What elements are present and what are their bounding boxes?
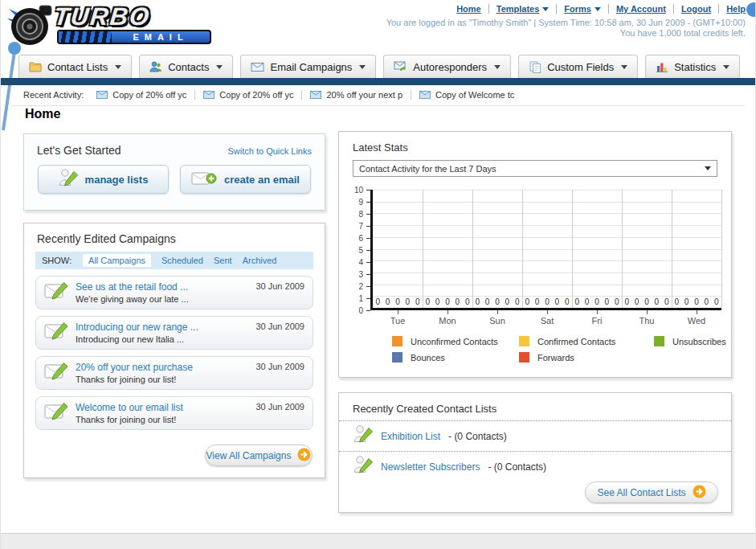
- campaign-title-link[interactable]: Introducing our new range ...: [76, 322, 198, 333]
- x-tick-mark: [697, 310, 697, 314]
- gridline: [373, 225, 721, 226]
- chart-x-axis: TueMonSunSatFriThuWed: [373, 310, 721, 326]
- tab-contact-lists[interactable]: Contact Lists: [18, 55, 132, 78]
- chevron-down-icon: [595, 7, 601, 11]
- header-link-templates[interactable]: Templates: [497, 4, 558, 14]
- x-tick-mark: [398, 310, 398, 314]
- chart-value-label: 0: [585, 297, 590, 306]
- arrow-circle-icon: [693, 485, 706, 498]
- stats-period-dropdown[interactable]: Contact Activity for the Last 7 Days: [353, 160, 717, 177]
- recent-activity-label: Recent Activity:: [23, 90, 84, 100]
- chart-value-label: 0: [515, 297, 520, 306]
- campaign-date: 30 Jun 2009: [255, 322, 304, 331]
- corner-balloon-decoration: [746, 2, 756, 17]
- chart-value-label: 0: [395, 297, 400, 306]
- create-email-button[interactable]: create an email: [180, 165, 311, 194]
- chart-value-label: 0: [475, 297, 480, 306]
- see-all-contact-lists-button[interactable]: See All Contact Lists: [585, 481, 718, 503]
- x-tick-mark: [547, 310, 548, 314]
- chart-value-label: 0: [565, 297, 570, 306]
- x-tick-mark: [447, 310, 448, 314]
- filter-all-campaigns[interactable]: All Campaigns: [83, 254, 151, 267]
- campaign-card[interactable]: Welcome to our email list Thanks for joi…: [35, 396, 313, 430]
- filter-sent[interactable]: Sent: [214, 256, 232, 265]
- barchart-icon: [656, 60, 668, 73]
- tab-statistics[interactable]: Statistics: [645, 55, 740, 78]
- filter-archived[interactable]: Archived: [243, 256, 277, 265]
- envelope-plus-icon: [191, 170, 217, 186]
- chart-value-label: 0: [435, 297, 440, 306]
- arrow-circle-icon: [297, 448, 311, 461]
- chevron-down-icon: [723, 65, 729, 69]
- tab-custom-fields[interactable]: Custom Fields: [518, 55, 638, 78]
- filter-scheduled[interactable]: Scheduled: [161, 256, 203, 265]
- y-tick-label: 5: [358, 246, 363, 255]
- chart-value-label: 0: [525, 297, 529, 306]
- manage-lists-button[interactable]: manage lists: [38, 165, 169, 194]
- chart-value-label: 0: [664, 297, 669, 306]
- recent-activity-items: Copy of 20% off yc Copy of 20% off yc 20…: [96, 90, 530, 100]
- contact-list-link[interactable]: Exhibition List: [381, 431, 440, 442]
- contact-list-item[interactable]: Newsletter Subscribers - (0 Contacts): [339, 451, 731, 481]
- legend-label: Forwards: [537, 353, 574, 363]
- campaign-card[interactable]: See us at the retail food ... We're givi…: [35, 276, 313, 309]
- view-all-campaigns-button[interactable]: View All Campaigns: [205, 445, 313, 466]
- header-link-forms[interactable]: Forms: [564, 4, 609, 14]
- x-tick-mark: [597, 310, 598, 314]
- campaign-title-link[interactable]: 20% off your next purchase: [76, 362, 193, 373]
- header-link-home[interactable]: Home: [456, 4, 489, 14]
- x-tick-label: Mon: [423, 310, 472, 326]
- contacts-icon: [149, 60, 162, 73]
- tab-autoresponders[interactable]: Autoresponders: [383, 55, 511, 78]
- chart-value-label: 0: [574, 297, 579, 306]
- envelope-icon: [203, 91, 215, 99]
- x-tick-label: Thu: [622, 310, 672, 326]
- recent-activity-item[interactable]: Copy of Welcome tc: [419, 90, 522, 100]
- header-link-help[interactable]: Help: [726, 4, 746, 14]
- legend-label: Confirmed Contacts: [537, 337, 615, 346]
- tab-email-campaigns[interactable]: Email Campaigns: [240, 55, 376, 78]
- header-link-my-account[interactable]: My Account: [616, 4, 674, 14]
- chart-value-label: 0: [406, 297, 411, 306]
- arrow-icon-wrap: [297, 448, 311, 464]
- contact-lists-title: Recently Created Contact Lists: [339, 393, 731, 420]
- switch-to-quick-links[interactable]: Switch to Quick Links: [227, 146, 312, 156]
- logo: TURBO EMAIL: [7, 2, 218, 49]
- logo-email-bar: EMAIL: [57, 30, 211, 44]
- contact-list-item[interactable]: Exhibition List - (0 Contacts): [339, 420, 731, 451]
- y-tick-label: 4: [358, 258, 363, 267]
- campaign-card[interactable]: 20% off your next purchase Thanks for jo…: [35, 356, 313, 390]
- contact-list-items: Exhibition List - (0 Contacts) Newslette…: [339, 420, 731, 481]
- legend-label: Bounces: [411, 353, 445, 363]
- y-tick-mark: [366, 310, 370, 311]
- get-started-title: Let's Get Started: [37, 144, 121, 157]
- header-link-logout[interactable]: Logout: [681, 4, 719, 14]
- gridline: [373, 260, 721, 261]
- tab-contacts[interactable]: Contacts: [139, 55, 233, 78]
- list-icon-wrap: [353, 424, 373, 448]
- credits-info: You have 1,000 total credits left.: [620, 28, 746, 38]
- contact-list-count: - (0 Contacts): [448, 431, 507, 442]
- campaign-card[interactable]: Introducing our new range ... Introducin…: [35, 316, 313, 350]
- chart-value-label: 0: [485, 297, 490, 306]
- contact-list-link[interactable]: Newsletter Subscribers: [381, 461, 480, 473]
- recent-activity-item[interactable]: Copy of 20% off yc: [96, 90, 195, 100]
- chevron-down-icon: [542, 7, 549, 11]
- tab-label: Contacts: [168, 61, 209, 73]
- x-tick-label: Fri: [572, 310, 622, 326]
- campaign-title-link[interactable]: See us at the retail food ...: [76, 281, 189, 293]
- recent-activity-item[interactable]: 20% off your next p: [310, 90, 411, 100]
- chart-value-label: 0: [644, 297, 649, 306]
- chart-legend: Unconfirmed Contacts Confirmed Contacts …: [392, 336, 731, 363]
- x-tick-label: Sun: [472, 310, 522, 326]
- x-tick-label: Tue: [373, 310, 423, 326]
- login-info: You are logged in as "Timothy Smith" | S…: [386, 18, 746, 27]
- campaign-subtitle: Thanks for joining our list!: [76, 375, 193, 384]
- legend-item: Bounces: [392, 352, 519, 363]
- campaign-envelope-pencil-icon: [44, 322, 68, 341]
- chart-value-label: 0: [694, 297, 699, 306]
- campaign-title-link[interactable]: Welcome to our email list: [76, 402, 183, 413]
- recent-activity-item[interactable]: Copy of 20% off yc: [203, 90, 302, 100]
- gridline: [373, 285, 721, 285]
- tab-label: Statistics: [674, 61, 716, 73]
